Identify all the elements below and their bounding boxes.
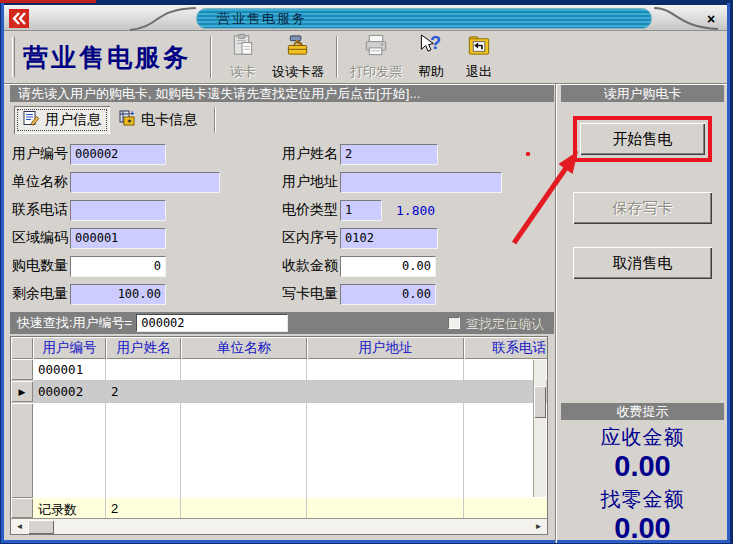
- vertical-scrollbar-thumb[interactable]: [534, 386, 546, 418]
- table-empty-area: [11, 403, 547, 498]
- remaining-energy-field[interactable]: [70, 284, 166, 305]
- field-label: 用户姓名: [282, 145, 340, 163]
- column-header[interactable]: 单位名称: [181, 337, 307, 359]
- quick-search-input[interactable]: [136, 314, 288, 332]
- pane-divider: [555, 84, 557, 543]
- receivable-label: 应收金额: [561, 424, 724, 451]
- tab-user-info[interactable]: 用户信息: [14, 106, 110, 134]
- cancel-sale-button[interactable]: 取消售电: [573, 247, 712, 279]
- titlebar-pill: 营业售电服务: [196, 8, 652, 29]
- quick-search-bar: 快速查找:用户编号= 查找定位确认: [10, 312, 554, 334]
- tab-card-info[interactable]: +✶ 电卡信息: [110, 106, 206, 134]
- user-id-field[interactable]: [70, 144, 166, 165]
- titlebar-swoosh-left: [126, 5, 198, 32]
- cell-address: [307, 359, 464, 381]
- cell-user-id: 000002: [33, 381, 106, 403]
- cell-user-name: 2: [106, 381, 181, 403]
- user-address-field[interactable]: [340, 172, 502, 193]
- toolbar-gripper: [12, 37, 15, 77]
- cell-user-name: [106, 359, 181, 381]
- read-card-panel-header: 读用户购电卡: [561, 85, 724, 102]
- help-icon: ?: [418, 33, 444, 62]
- toolbar-separator: [336, 36, 338, 78]
- read-card-button[interactable]: 读卡: [219, 32, 267, 82]
- fee-panel-header: 收费提示: [561, 403, 724, 420]
- status-message: 请先读入用户的购电卡, 如购电卡遗失请先查找定位用户后点击[开始]...: [10, 85, 554, 102]
- page-title: 营业售电服务: [23, 41, 191, 74]
- save-write-card-button[interactable]: 保存写卡: [573, 192, 712, 224]
- field-label: 写卡电量: [282, 285, 340, 303]
- serial-in-region-field[interactable]: [340, 228, 438, 249]
- card-info-icon: +✶: [119, 110, 136, 129]
- field-label: 区内序号: [282, 229, 340, 247]
- fee-panel: 应收金额 0.00 找零金额 0.00: [561, 420, 724, 543]
- field-label: 剩余电量: [12, 285, 70, 303]
- card-write-energy-field[interactable]: [340, 284, 436, 305]
- find-confirm-label: 查找定位确认: [465, 314, 543, 332]
- setup-reader-icon: [285, 33, 311, 62]
- field-label: 联系电话: [12, 201, 70, 219]
- cell-address: [307, 381, 464, 403]
- help-label: 帮助: [418, 63, 444, 81]
- field-label: 区域编码: [12, 229, 70, 247]
- horizontal-scrollbar[interactable]: ◄ ►: [11, 518, 547, 534]
- window-title: 营业售电服务: [197, 9, 651, 28]
- unit-price-value: 1.800: [396, 203, 435, 218]
- row-marker: ▶: [11, 381, 33, 403]
- titlebar[interactable]: 营业售电服务 ×: [4, 3, 727, 31]
- help-button[interactable]: ? 帮助: [407, 32, 455, 82]
- print-invoice-button[interactable]: 打印发票: [345, 32, 407, 82]
- tab-user-info-label: 用户信息: [45, 111, 101, 129]
- change-label: 找零金额: [561, 486, 724, 513]
- table-row[interactable]: 000001: [11, 359, 547, 381]
- app-window: 营业售电服务 × 营业售电服务 读卡 设读卡器 打印发票: [1, 3, 730, 543]
- region-code-field[interactable]: [70, 228, 166, 249]
- record-count-value: 2: [106, 498, 181, 518]
- record-count-label: 记录数: [33, 498, 106, 518]
- row-selector-header: [11, 337, 33, 359]
- scroll-right-arrow-icon[interactable]: ►: [531, 520, 546, 534]
- action-panel: 读用户购电卡 开始售电 保存写卡 取消售电 收费提示 应收金额 0.00 找零金…: [558, 84, 727, 543]
- field-label: 单位名称: [12, 173, 70, 191]
- vertical-scrollbar[interactable]: [533, 360, 546, 497]
- cell-user-id: 000001: [33, 359, 106, 381]
- cell-company: [181, 359, 307, 381]
- phone-field[interactable]: [70, 200, 166, 221]
- setup-reader-label: 设读卡器: [272, 63, 324, 81]
- scroll-left-arrow-icon[interactable]: ◄: [12, 520, 27, 534]
- user-table: 用户编号 用户姓名 单位名称 用户地址 联系电话 000001: [10, 336, 548, 535]
- read-card-icon: [230, 33, 256, 62]
- field-label: 用户编号: [12, 145, 70, 163]
- cell-company: [181, 381, 307, 403]
- exit-button[interactable]: 退出: [455, 32, 503, 82]
- column-header[interactable]: 用户编号: [33, 337, 106, 359]
- find-confirm-checkbox[interactable]: [448, 317, 460, 329]
- amount-received-field[interactable]: [340, 256, 436, 277]
- start-sale-button[interactable]: 开始售电: [580, 123, 705, 155]
- print-invoice-icon: [363, 33, 389, 62]
- setup-reader-button[interactable]: 设读卡器: [267, 32, 329, 82]
- toolbar: 营业售电服务 读卡 设读卡器 打印发票 ? 帮助: [4, 31, 727, 84]
- tab-card-info-label: 电卡信息: [141, 111, 197, 129]
- exit-label: 退出: [466, 63, 492, 81]
- close-button[interactable]: ×: [702, 10, 720, 28]
- main-panel: 请先读入用户的购电卡, 如购电卡遗失请先查找定位用户后点击[开始]... 用户信…: [4, 84, 554, 543]
- column-header[interactable]: 用户地址: [307, 337, 464, 359]
- svg-text:✶: ✶: [126, 117, 133, 126]
- exit-icon: [466, 33, 492, 62]
- tab-separator: [214, 107, 216, 133]
- column-header[interactable]: 联系电话: [464, 337, 547, 359]
- purchase-qty-field[interactable]: [70, 256, 166, 277]
- column-header[interactable]: 用户姓名: [106, 337, 181, 359]
- field-label: 电价类型: [282, 201, 340, 219]
- table-header-row: 用户编号 用户姓名 单位名称 用户地址 联系电话: [11, 337, 547, 359]
- price-type-field[interactable]: [340, 200, 382, 221]
- user-name-field[interactable]: [340, 144, 438, 165]
- svg-text:+: +: [130, 110, 134, 117]
- user-info-icon: [23, 110, 40, 129]
- table-footer-row: 记录数 2: [11, 498, 547, 518]
- company-name-field[interactable]: [70, 172, 220, 193]
- tab-bar: 用户信息 +✶ 电卡信息: [10, 102, 554, 136]
- horizontal-scrollbar-thumb[interactable]: [28, 520, 54, 534]
- table-row-selected[interactable]: ▶ 000002 2: [11, 381, 547, 403]
